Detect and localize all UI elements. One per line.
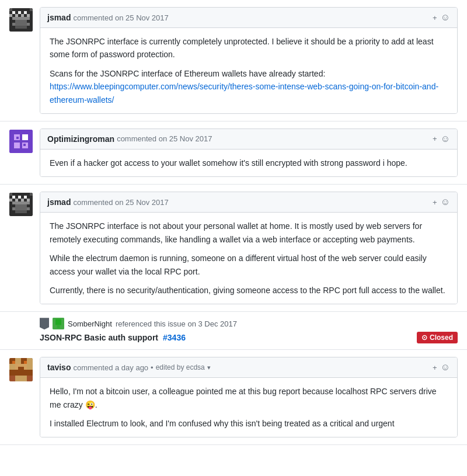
svg-rect-6 bbox=[21, 14, 24, 17]
comment-header-3: jsmad commented on 25 Nov 2017 + ☺ bbox=[40, 192, 457, 213]
plus-icon-3[interactable]: + bbox=[433, 198, 437, 207]
comment-paragraph-3-2: While the electrum daemon is running, so… bbox=[50, 252, 448, 278]
plus-icon-1[interactable]: + bbox=[433, 13, 437, 22]
ref-issue-number[interactable]: #3436 bbox=[163, 333, 186, 342]
svg-rect-26 bbox=[9, 199, 12, 201]
comment-paragraph-1-1: The JSONRPC interface is currently compl… bbox=[50, 35, 448, 61]
plus-icon-2[interactable]: + bbox=[433, 134, 437, 143]
comment-actions-4: + ☺ bbox=[433, 362, 450, 373]
comment-paragraph-3-1: The JSONRPC interface is not about your … bbox=[50, 220, 448, 246]
comment-author-2[interactable]: Optimizingroman bbox=[47, 134, 114, 144]
comment-header-left-1: jsmad commented on 25 Nov 2017 bbox=[47, 13, 169, 22]
bookmark-icon bbox=[40, 318, 49, 329]
comment-author-4[interactable]: taviso bbox=[47, 363, 71, 372]
comment-body-2: Even if a hacker got access to your wall… bbox=[40, 150, 457, 176]
comment-actions-1: + ☺ bbox=[433, 12, 450, 23]
comment-body-3: The JSONRPC interface is not about your … bbox=[40, 213, 457, 304]
comment-container-2: Optimizingroman commented on 25 Nov 2017… bbox=[40, 128, 458, 177]
svg-rect-17 bbox=[14, 143, 20, 148]
comment-author-3[interactable]: jsmad bbox=[47, 197, 71, 207]
comment-header-left-4: taviso commented a day ago • edited by e… bbox=[47, 363, 211, 372]
svg-rect-21 bbox=[23, 144, 26, 146]
comment-header-left-3: jsmad commented on 25 Nov 2017 bbox=[47, 197, 169, 207]
comment-block-2: Optimizingroman commented on 25 Nov 2017… bbox=[0, 121, 467, 185]
svg-rect-24 bbox=[18, 196, 21, 199]
reference-header: SomberNight referenced this issue on 3 D… bbox=[40, 318, 458, 329]
svg-rect-49 bbox=[9, 376, 15, 381]
svg-rect-15 bbox=[9, 130, 33, 153]
svg-rect-31 bbox=[15, 204, 27, 210]
plus-icon-4[interactable]: + bbox=[433, 363, 437, 372]
svg-rect-45 bbox=[15, 376, 27, 381]
comment-container-1: jsmad commented on 25 Nov 2017 + ☺ The J… bbox=[40, 7, 458, 114]
reference-wrapper: SomberNight referenced this issue on 3 D… bbox=[40, 318, 458, 343]
comment-header-2: Optimizingroman commented on 25 Nov 2017… bbox=[40, 129, 457, 150]
comment-block-4: taviso commented a day ago • edited by e… bbox=[0, 350, 467, 445]
comment-header-left-2: Optimizingroman commented on 25 Nov 2017 bbox=[47, 134, 212, 144]
svg-rect-5 bbox=[15, 14, 18, 17]
smiley-icon-3[interactable]: ☺ bbox=[441, 197, 450, 207]
comment-meta-4: commented a day ago bbox=[73, 363, 148, 372]
comment-meta-dot: • bbox=[151, 363, 154, 372]
comment-paragraph-3-3: Currently, there is no security/authenti… bbox=[50, 284, 448, 297]
svg-rect-36 bbox=[30, 193, 33, 196]
avatar-taviso bbox=[9, 358, 33, 381]
svg-rect-50 bbox=[27, 376, 33, 381]
svg-rect-11 bbox=[27, 23, 30, 26]
comment-paragraph-1-2: Scans for the JSONRPC interface of Ether… bbox=[50, 67, 448, 106]
comment-link-1[interactable]: https://www.bleepingcomputer.com/news/se… bbox=[50, 82, 438, 104]
closed-badge: ⊙ Closed bbox=[417, 332, 458, 343]
svg-rect-9 bbox=[15, 20, 27, 26]
comment-meta-2: commented on 25 Nov 2017 bbox=[117, 134, 212, 143]
svg-rect-4 bbox=[9, 14, 12, 17]
svg-rect-18 bbox=[22, 134, 28, 140]
ref-username[interactable]: SomberNight bbox=[68, 319, 112, 328]
svg-rect-2 bbox=[18, 11, 21, 14]
avatar-jsmad-2 bbox=[9, 193, 33, 216]
comment-header-4: taviso commented a day ago • edited by e… bbox=[40, 357, 457, 378]
svg-rect-3 bbox=[24, 11, 27, 14]
comment-block-3: jsmad commented on 25 Nov 2017 + ☺ The J… bbox=[0, 185, 467, 312]
smiley-icon-2[interactable]: ☺ bbox=[441, 134, 450, 144]
reference-block: SomberNight referenced this issue on 3 D… bbox=[0, 312, 467, 350]
ref-text: referenced this issue on 3 Dec 2017 bbox=[116, 319, 237, 328]
comment-header-1: jsmad commented on 25 Nov 2017 + ☺ bbox=[40, 8, 457, 28]
comment-container-3: jsmad commented on 25 Nov 2017 + ☺ The J… bbox=[40, 192, 458, 304]
comment-actions-3: + ☺ bbox=[433, 197, 450, 207]
closed-label: Closed bbox=[430, 333, 453, 342]
edited-label: edited by ecdsa bbox=[156, 363, 205, 371]
svg-rect-29 bbox=[27, 199, 30, 201]
svg-rect-44 bbox=[9, 370, 33, 376]
comment-paragraph-4-2: I installed Electrum to look, and I'm co… bbox=[50, 417, 448, 430]
sombernight-avatar bbox=[53, 318, 64, 329]
svg-rect-14 bbox=[30, 8, 33, 11]
svg-rect-33 bbox=[27, 207, 30, 210]
comment-text-1-2: Scans for the JSONRPC interface of Ether… bbox=[50, 69, 325, 78]
svg-rect-35 bbox=[9, 193, 12, 196]
svg-rect-8 bbox=[12, 17, 30, 20]
svg-rect-27 bbox=[15, 199, 18, 201]
closed-circle-icon: ⊙ bbox=[421, 333, 427, 342]
reference-issue-line: JSON-RPC Basic auth support #3436 ⊙ Clos… bbox=[40, 332, 458, 343]
smiley-icon-4[interactable]: ☺ bbox=[441, 362, 450, 373]
smiley-icon-1[interactable]: ☺ bbox=[441, 12, 450, 23]
comment-meta-3: commented on 25 Nov 2017 bbox=[73, 198, 168, 207]
svg-rect-30 bbox=[12, 201, 30, 204]
svg-rect-12 bbox=[15, 26, 27, 29]
svg-rect-28 bbox=[21, 199, 24, 201]
dropdown-arrow-icon[interactable]: ▾ bbox=[207, 364, 211, 371]
comment-container-4: taviso commented a day ago • edited by e… bbox=[40, 357, 458, 437]
svg-rect-25 bbox=[24, 196, 27, 199]
ref-issue-title: JSON-RPC Basic auth support bbox=[40, 333, 158, 342]
avatar-jsmad-1 bbox=[9, 8, 33, 32]
svg-rect-7 bbox=[27, 14, 30, 17]
comment-paragraph-4-1: Hello, I'm not a bitcoin user, a colleag… bbox=[50, 385, 448, 411]
svg-rect-13 bbox=[9, 8, 12, 11]
svg-rect-10 bbox=[12, 23, 15, 26]
comment-author-1[interactable]: jsmad bbox=[47, 13, 71, 22]
svg-rect-32 bbox=[12, 207, 15, 210]
avatar-optimizing bbox=[9, 130, 33, 153]
comment-paragraph-2-1: Even if a hacker got access to your wall… bbox=[50, 157, 448, 169]
svg-rect-46 bbox=[12, 361, 15, 364]
comment-body-4: Hello, I'm not a bitcoin user, a colleag… bbox=[40, 378, 457, 437]
